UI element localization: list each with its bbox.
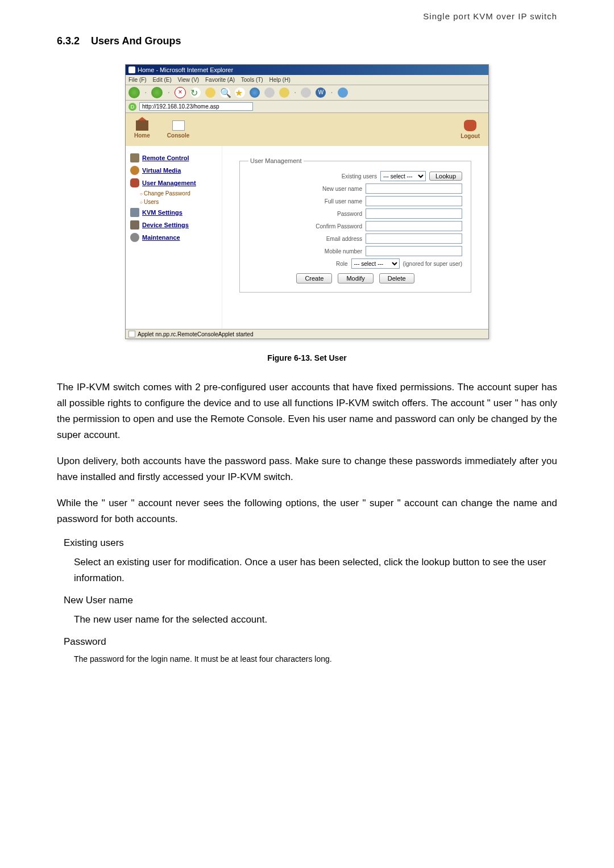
sidebar-item-user-management[interactable]: User Management (128, 177, 219, 189)
menu-edit[interactable]: Edit (E) (152, 77, 171, 83)
menu-tools[interactable]: Tools (T) (241, 77, 263, 83)
nav-home-label: Home (134, 132, 150, 139)
password-input[interactable] (366, 208, 462, 219)
go-icon[interactable]: D (128, 103, 136, 111)
term-existing-users-desc: Select an existing user for modification… (74, 554, 557, 585)
app-header: Home Console Logout (126, 113, 488, 146)
new-user-input[interactable] (366, 183, 462, 194)
print-icon[interactable] (301, 87, 311, 98)
lookup-button[interactable]: Lookup (429, 172, 462, 181)
toolbar-sep: · (330, 87, 333, 98)
remote-control-icon (130, 153, 139, 162)
nav-home[interactable]: Home (134, 120, 150, 139)
forward-icon[interactable] (151, 87, 163, 98)
media-icon[interactable] (264, 87, 275, 98)
role-select[interactable]: --- select --- (351, 258, 400, 269)
menu-favorite[interactable]: Favorite (A) (205, 77, 235, 83)
toolbar-sep: · (294, 87, 296, 98)
home-icon (136, 120, 148, 131)
sidebar-sub-users[interactable]: Users (128, 198, 219, 206)
row-mobile: Mobile number (248, 246, 462, 256)
role-label: Role (336, 261, 348, 267)
paragraph-2: Upon delivery, both accounts have the pa… (57, 453, 557, 485)
menu-file[interactable]: File (F) (128, 77, 147, 83)
refresh-icon[interactable]: ↻ (190, 87, 201, 98)
home-toolbar-icon[interactable] (205, 87, 215, 98)
sidebar-item-label: Remote Control (142, 155, 189, 161)
menu-help[interactable]: Help (H) (269, 77, 291, 83)
search-icon[interactable]: 🔍 (220, 87, 230, 98)
history-icon[interactable] (250, 87, 260, 98)
sidebar-sub-change-password[interactable]: Change Password (128, 189, 219, 198)
kvm-settings-icon (130, 208, 139, 217)
full-user-input[interactable] (366, 196, 462, 206)
figure-caption: Figure 6-13. Set User (57, 353, 557, 362)
row-existing-users: Existing users --- select --- Lookup (248, 171, 462, 181)
nav-logout-label: Logout (460, 133, 480, 139)
sidebar: Remote Control Virtual Media User Manage… (126, 146, 222, 329)
user-management-icon (130, 178, 139, 187)
email-label: Email address (326, 236, 362, 242)
sidebar-item-virtual-media[interactable]: Virtual Media (128, 164, 219, 177)
existing-users-select[interactable]: --- select --- (380, 171, 426, 181)
mobile-input[interactable] (366, 246, 462, 256)
modify-button[interactable]: Modify (338, 273, 373, 283)
ie-titlebar[interactable]: Home - Microsoft Internet Explorer (126, 65, 488, 75)
row-password: Password (248, 208, 462, 219)
ie-window: Home - Microsoft Internet Explorer File … (125, 64, 489, 339)
device-settings-icon (130, 220, 139, 229)
user-management-fieldset: User Management Existing users --- selec… (239, 157, 471, 293)
term-new-user-name-desc: The new user name for the selected accou… (74, 612, 557, 627)
screenshot-container: Home - Microsoft Internet Explorer File … (57, 64, 557, 339)
section-heading: 6.3.2 Users And Groups (57, 35, 557, 47)
maintenance-icon (130, 233, 139, 242)
nav-logout[interactable]: Logout (460, 120, 480, 139)
paragraph-1: The IP-KVM switch comes with 2 pre-confi… (57, 379, 557, 443)
window-title: Home - Microsoft Internet Explorer (138, 66, 233, 73)
mail-icon[interactable] (279, 87, 289, 98)
toolbar-sep: · (167, 87, 169, 98)
page-header: Single port KVM over IP switch (57, 11, 557, 21)
confirm-password-input[interactable] (366, 221, 462, 231)
address-input[interactable]: http://192.168.10.23/home.asp (139, 102, 253, 111)
virtual-media-icon (130, 166, 139, 175)
term-password: Password (64, 636, 557, 648)
full-user-label: Full user name (325, 198, 362, 205)
sidebar-item-device-settings[interactable]: Device Settings (128, 219, 219, 231)
sidebar-item-label: KVM Settings (142, 209, 182, 216)
row-full-user-name: Full user name (248, 196, 462, 206)
ie-content: Home Console Logout Remote Control (126, 113, 488, 329)
sidebar-item-label: Virtual Media (142, 167, 181, 174)
row-role: Role --- select --- (ignored for super u… (248, 258, 462, 269)
sidebar-item-label: User Management (142, 180, 196, 186)
back-icon[interactable] (128, 87, 140, 98)
new-user-label: New user name (322, 186, 362, 192)
form-legend: User Management (248, 157, 304, 164)
section-number: 6.3.2 (57, 35, 80, 47)
messenger-icon[interactable] (338, 87, 348, 98)
menu-view[interactable]: View (V) (178, 77, 200, 83)
row-new-user-name: New user name (248, 183, 462, 194)
ie-icon (128, 66, 135, 73)
logout-icon (464, 120, 476, 131)
app-body: Remote Control Virtual Media User Manage… (126, 146, 488, 329)
row-email: Email address (248, 233, 462, 244)
ie-toolbar: · · × ↻ 🔍 ★ · W · (126, 85, 488, 101)
delete-button[interactable]: Delete (379, 273, 414, 283)
nav-console[interactable]: Console (167, 120, 189, 139)
sidebar-item-remote-control[interactable]: Remote Control (128, 152, 219, 164)
sidebar-item-maintenance[interactable]: Maintenance (128, 231, 219, 244)
create-button[interactable]: Create (296, 273, 332, 283)
stop-icon[interactable]: × (175, 87, 186, 98)
ie-menubar: File (F) Edit (E) View (V) Favorite (A) … (126, 75, 488, 85)
toolbar-sep: · (144, 87, 147, 98)
sidebar-item-kvm-settings[interactable]: KVM Settings (128, 206, 219, 219)
term-password-desc: The password for the login name. It must… (74, 653, 557, 665)
status-icon (128, 331, 135, 337)
sidebar-item-label: Device Settings (142, 222, 189, 228)
app-header-left: Home Console (134, 120, 189, 139)
word-icon[interactable]: W (316, 87, 326, 98)
email-input[interactable] (366, 233, 462, 244)
nav-console-label: Console (167, 132, 189, 139)
favorites-icon[interactable]: ★ (235, 87, 245, 98)
